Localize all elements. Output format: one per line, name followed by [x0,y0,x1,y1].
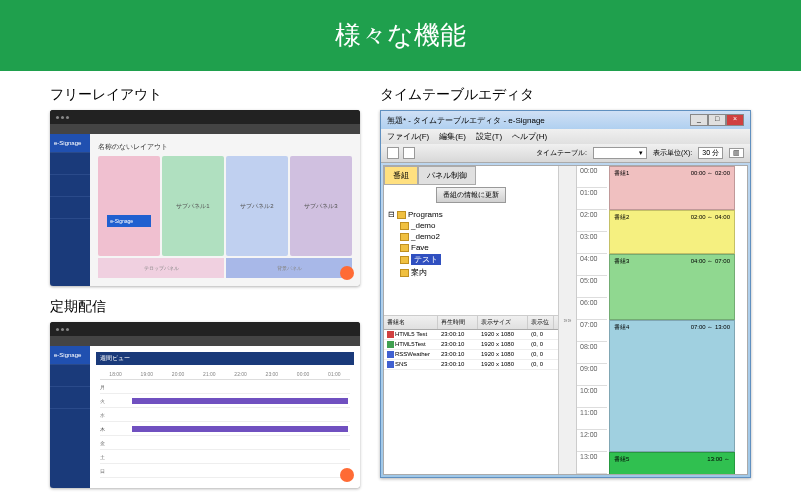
calendar-row[interactable]: 日 [100,464,350,478]
content: フリーレイアウト e-Signage 名称のないレイアウト e-Signa [0,71,801,501]
page-title: 様々な機能 [335,20,466,50]
schedule-bar[interactable] [132,398,348,404]
page-header: 様々な機能 [0,0,801,71]
hour-label: 18:00 [100,369,131,379]
tab-panel[interactable]: パネル制御 [418,166,476,185]
hour-label: 21:00 [194,369,225,379]
sidebar-item[interactable] [50,153,90,175]
maximize-button[interactable]: □ [708,114,726,126]
layout-region-ticker[interactable]: テロップパネル [98,258,224,278]
time-label: 03:00 [577,232,607,254]
timeline-block[interactable]: 番組202:00 ～ 04:00 [609,210,735,254]
sidebar: e-Signage [50,134,90,286]
left-column: フリーレイアウト e-Signage 名称のないレイアウト e-Signa [50,86,360,500]
calendar-row[interactable]: 土 [100,450,350,464]
layout-region-bg[interactable]: 背景パネル [226,258,352,278]
browser-chrome [50,322,360,336]
calendar-header: 18:0019:0020:0021:0022:0023:0000:0001:00 [100,369,350,380]
save-icon[interactable] [403,147,415,159]
layout-region[interactable]: サブパネル1 [162,156,224,256]
minimize-button[interactable]: _ [690,114,708,126]
time-label: 00:00 [577,166,607,188]
tree-view[interactable]: ⊟ Programs _demo_demo2Faveテスト案内 [384,205,558,315]
table-row[interactable]: HTML5 Test23:00:101920 x 1080(0, 0 [384,330,558,340]
schedule-bar[interactable] [132,426,348,432]
timeline: 00:0001:0002:0003:0004:0005:0006:0007:00… [577,166,747,474]
timetable-label: タイムテーブル: [536,148,587,158]
close-button[interactable]: × [726,114,744,126]
calendar-row[interactable]: 水 [100,408,350,422]
view-title: 週間ビュー [96,352,354,365]
time-label: 08:00 [577,342,607,364]
calendar-row[interactable]: 月 [100,380,350,394]
program-track[interactable]: 番組100:00 ～ 02:00番組202:00 ～ 04:00番組304:00… [607,166,747,474]
layout-name: 名称のないレイアウト [98,142,352,152]
calendar-row[interactable]: 金 [100,436,350,450]
add-button[interactable] [340,468,354,482]
menu-item[interactable]: ヘルプ(H) [512,131,547,142]
sidebar-item[interactable] [50,365,90,387]
menu-item[interactable]: 編集(E) [439,131,466,142]
window-title: 無題* - タイムテーブルエディタ - e-Signage [387,115,545,126]
time-label: 06:00 [577,298,607,320]
tree-item[interactable]: テスト [388,253,554,266]
tabs: 番組 パネル制御 [384,166,558,185]
hour-label: 22:00 [225,369,256,379]
table-row[interactable]: HTML5Test23:00:101920 x 1080(0, 0 [384,340,558,350]
menu-item[interactable]: ファイル(F) [387,131,429,142]
hour-label: 00:00 [288,369,319,379]
minus-icon: ⊟ [388,210,395,219]
sidebar-item[interactable] [50,175,90,197]
tree-item[interactable]: _demo [388,220,554,231]
time-label: 04:00 [577,254,607,276]
tree-item[interactable]: Fave [388,242,554,253]
refresh-button[interactable]: 番組の情報に更新 [436,187,506,203]
calendar-row[interactable]: 木 [100,422,350,436]
view-toggle[interactable]: ▥ [729,148,744,158]
table-row[interactable]: SNS23:00:101920 x 1080(0, 0 [384,360,558,370]
timetable-editor-window: 無題* - タイムテーブルエディタ - e-Signage _ □ × ファイル… [380,110,751,478]
sidebar-logo[interactable]: e-Signage [50,346,90,365]
tab-program[interactable]: 番組 [384,166,418,185]
transfer-gutter: »» [559,166,577,474]
menubar: ファイル(F)編集(E)設定(T)ヘルプ(H) [381,129,750,144]
sidebar-item[interactable] [50,387,90,409]
time-label: 11:00 [577,408,607,430]
timeline-block[interactable]: 番組304:00 ～ 07:00 [609,254,735,320]
timeline-block[interactable]: 番組100:00 ～ 02:00 [609,166,735,210]
th-time[interactable]: 再生時間 [438,316,478,329]
tree-root[interactable]: ⊟ Programs [388,209,554,220]
calendar-row[interactable]: 火 [100,394,350,408]
time-label: 02:00 [577,210,607,232]
window-titlebar[interactable]: 無題* - タイムテーブルエディタ - e-Signage _ □ × [381,111,750,129]
timeline-block[interactable]: 番組407:00 ～ 13:00 [609,320,735,452]
unit-label: 表示単位(X): [653,148,692,158]
tree-item[interactable]: 案内 [388,266,554,279]
region-content[interactable]: e-Signage [107,215,150,227]
time-label: 12:00 [577,430,607,452]
th-pos[interactable]: 表示位 [528,316,554,329]
layout-canvas[interactable]: e-Signage サブパネル1 サブパネル2 サブパネル3 [98,156,352,256]
editor-body: 番組 パネル制御 番組の情報に更新 ⊟ Programs _demo_demo2… [383,165,748,475]
sidebar-item[interactable] [50,197,90,219]
layout-region-main[interactable]: e-Signage [98,156,160,256]
tree-item[interactable]: _demo2 [388,231,554,242]
layout-region[interactable]: サブパネル3 [290,156,352,256]
unit-select[interactable]: 30 分 [698,147,723,159]
timetable-select[interactable]: ▾ [593,147,647,159]
time-label: 05:00 [577,276,607,298]
th-size[interactable]: 表示サイズ [478,316,528,329]
table-row[interactable]: RSSWeather23:00:101920 x 1080(0, 0 [384,350,558,360]
new-icon[interactable] [387,147,399,159]
add-button[interactable] [340,266,354,280]
transfer-button[interactable]: »» [564,317,572,324]
layout-region[interactable]: サブパネル2 [226,156,288,256]
timeline-block[interactable]: 番組513:00 ～ [609,452,735,474]
th-name[interactable]: 番組名 [384,316,438,329]
hour-label: 20:00 [163,369,194,379]
sidebar-logo[interactable]: e-Signage [50,134,90,153]
time-label: 13:00 [577,452,607,474]
browser-chrome [50,110,360,124]
menu-item[interactable]: 設定(T) [476,131,502,142]
scheduled-screenshot: e-Signage 週間ビュー 18:0019:0020:0021:0022:0… [50,322,360,488]
